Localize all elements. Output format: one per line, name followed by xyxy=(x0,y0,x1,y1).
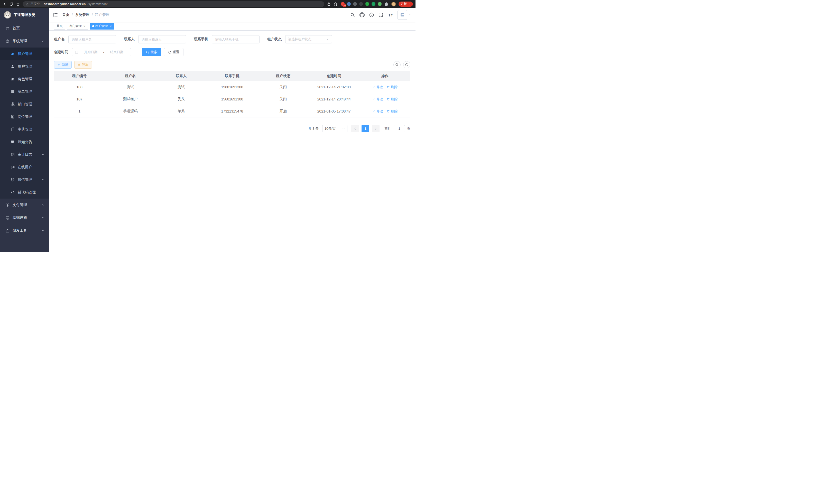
browser-back-icon[interactable] xyxy=(3,2,7,6)
browser-profile-avatar[interactable] xyxy=(391,2,396,6)
github-icon[interactable] xyxy=(360,12,365,18)
share-icon[interactable] xyxy=(327,2,331,6)
extensions-puzzle-icon[interactable] xyxy=(384,2,389,6)
sidebar-item-home[interactable]: 首页 xyxy=(0,22,49,35)
extension-icon-gray[interactable] xyxy=(353,2,357,6)
sidebar-item-errcode[interactable]: 错误码管理 xyxy=(0,186,49,199)
avatar-dropdown-caret-icon[interactable] xyxy=(409,13,411,16)
table-row: 108测试测试15601691300关闭2021-12-14 21:02:09修… xyxy=(54,81,410,93)
status-placeholder: 请选择租户状态 xyxy=(288,37,311,41)
tab-close-icon[interactable]: × xyxy=(110,24,112,28)
page-1-button[interactable]: 1 xyxy=(362,125,369,132)
toggle-search-button[interactable] xyxy=(393,61,401,68)
sidebar-item-dept[interactable]: 部门管理 xyxy=(0,98,49,111)
sidebar-item-system[interactable]: 系统管理 xyxy=(0,35,49,48)
cell-created: 2021-12-14 21:02:09 xyxy=(309,81,360,93)
sidebar-item-label: 菜单管理 xyxy=(18,89,32,94)
sidebar-item-tenant[interactable]: 租户管理 xyxy=(0,48,49,60)
sidebar-item-tools[interactable]: 研发工具 xyxy=(0,224,49,237)
security-label[interactable]: 不安全 xyxy=(31,2,40,6)
add-button[interactable]: 新增 xyxy=(54,61,72,68)
pagination-total: 共 3 条 xyxy=(308,126,319,131)
tab-home[interactable]: 首页 xyxy=(54,23,65,30)
sidebar-collapse-icon[interactable] xyxy=(53,12,58,18)
sidebar-item-notice[interactable]: 通知公告 xyxy=(0,136,49,148)
browser-url-bar[interactable]: 不安全 dashboard.yudao.iocoder.cn /system/t… xyxy=(23,1,324,7)
sidebar-item-menu[interactable]: 菜单管理 xyxy=(0,85,49,98)
contact-input[interactable] xyxy=(138,35,186,43)
browser-home-icon[interactable] xyxy=(16,2,20,6)
sidebar-item-sms[interactable]: 短信管理 xyxy=(0,173,49,186)
browser-menu-dots-icon[interactable] xyxy=(408,3,411,6)
prev-page-button[interactable] xyxy=(351,125,359,132)
header-search-icon[interactable] xyxy=(350,12,355,17)
sidebar-item-post[interactable]: 岗位管理 xyxy=(0,111,49,123)
app-logo[interactable]: 芋道管理系统 xyxy=(0,8,49,22)
sidebar-item-label: 在线用户 xyxy=(18,165,32,170)
extension-icon-teal[interactable] xyxy=(372,2,375,6)
sidebar-item-user[interactable]: 用户管理 xyxy=(0,60,49,73)
sidebar-item-dict[interactable]: 字典管理 xyxy=(0,123,49,136)
url-host: dashboard.yudao.iocoder.cn xyxy=(44,2,86,6)
font-size-icon[interactable]: TT xyxy=(388,12,393,18)
page-size-select[interactable]: 10条/页 xyxy=(322,125,347,132)
goto-page-input[interactable] xyxy=(394,125,405,132)
extension-icon-green[interactable] xyxy=(365,2,369,6)
help-icon[interactable] xyxy=(369,12,374,17)
column-header: 创建时间 xyxy=(309,71,360,81)
gear-icon xyxy=(6,39,9,43)
tab-label: 部门管理 xyxy=(69,24,82,28)
export-button[interactable]: 导出 xyxy=(74,61,92,68)
sidebar-item-infra[interactable]: 基础设施 xyxy=(0,211,49,224)
page-size-caret-icon xyxy=(342,127,345,130)
browser-refresh-icon[interactable] xyxy=(9,2,13,6)
tags-view-bar: 首页部门管理×租户管理× xyxy=(49,22,416,31)
tenant-name-input[interactable] xyxy=(68,35,116,43)
delete-link[interactable]: 删除 xyxy=(387,85,398,89)
edit-link[interactable]: 修改 xyxy=(372,97,383,101)
create-time-range-picker[interactable]: 开始日期 - 结束日期 xyxy=(72,48,131,56)
search-button-label: 搜索 xyxy=(150,50,157,55)
tenant-status-select[interactable]: 请选择租户状态 xyxy=(285,35,332,43)
refresh-table-button[interactable] xyxy=(403,61,410,68)
fullscreen-icon[interactable] xyxy=(378,12,383,17)
chevron-down-icon xyxy=(41,203,45,207)
calendar-icon xyxy=(75,50,78,54)
cell-phone: 17321315478 xyxy=(207,105,257,117)
extension-icon-red[interactable]: 10 xyxy=(341,2,345,6)
tab-close-icon[interactable]: × xyxy=(84,24,86,28)
sidebar-item-log[interactable]: 审计日志 xyxy=(0,148,49,161)
extension-icon-dark[interactable] xyxy=(359,2,363,6)
edit-link[interactable]: 修改 xyxy=(372,85,383,89)
phone-input[interactable] xyxy=(212,35,260,43)
browser-update-button[interactable]: 更新 xyxy=(399,2,413,7)
chevron-down-icon xyxy=(41,216,45,219)
cell-tenant-id: 107 xyxy=(54,93,105,105)
cell-tenant-id: 1 xyxy=(54,105,105,117)
reset-button-label: 重置 xyxy=(173,50,179,55)
sidebar-item-online[interactable]: 在线用户 xyxy=(0,161,49,173)
logo-avatar-image xyxy=(4,11,11,19)
extension-icon-lightgreen[interactable] xyxy=(378,2,381,6)
dashboard-icon xyxy=(6,26,9,30)
sidebar-item-pay[interactable]: 支付管理 xyxy=(0,199,49,211)
sidebar-item-role[interactable]: 角色管理 xyxy=(0,73,49,85)
cell-actions: 修改删除 xyxy=(360,93,410,105)
delete-link[interactable]: 删除 xyxy=(387,97,398,101)
breadcrumb-home[interactable]: 首页 xyxy=(62,12,69,17)
cell-actions: 修改删除 xyxy=(360,81,410,93)
search-button[interactable]: 搜索 xyxy=(142,48,161,56)
reset-button[interactable]: 重置 xyxy=(164,48,183,56)
edit-link[interactable]: 修改 xyxy=(372,109,383,114)
navbar-right-tools: TT xyxy=(350,10,411,20)
breadcrumb-system[interactable]: 系统管理 xyxy=(75,12,89,17)
sidebar-item-label: 租户管理 xyxy=(18,52,32,56)
extension-icon-blue[interactable] xyxy=(347,2,351,6)
tab-tenant[interactable]: 租户管理× xyxy=(90,23,114,30)
column-header: 租户状态 xyxy=(258,71,309,81)
delete-link[interactable]: 删除 xyxy=(387,109,398,114)
bookmark-star-icon[interactable] xyxy=(334,2,338,6)
tab-dept[interactable]: 部门管理× xyxy=(67,23,88,30)
user-avatar[interactable] xyxy=(398,10,407,20)
next-page-button[interactable] xyxy=(372,125,379,132)
